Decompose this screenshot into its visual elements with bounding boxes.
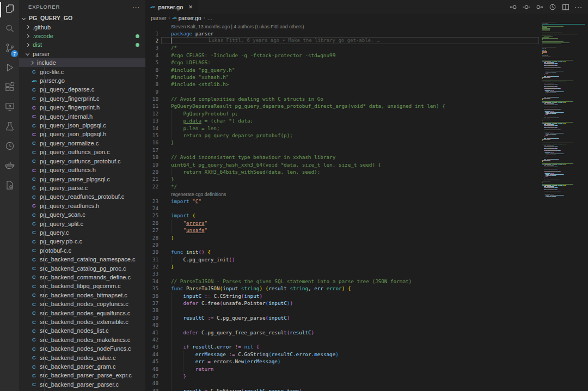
code-line-38[interactable]: 38 <box>145 307 588 314</box>
open-changes-prev-icon[interactable] <box>509 3 517 11</box>
toggle-blame-icon[interactable] <box>522 3 530 11</box>
tree-file-src_backend_nodes_makefuncs.c[interactable]: Csrc_backend_nodes_makefuncs.c <box>19 335 145 344</box>
code-line-21[interactable]: 21} <box>145 175 588 182</box>
activity-gitlens[interactable] <box>0 137 19 157</box>
tree-file-src_backend_nodes_value.c[interactable]: Csrc_backend_nodes_value.c <box>19 353 145 362</box>
code-line-40[interactable]: 40 <box>145 321 588 328</box>
minimap[interactable] <box>540 22 588 391</box>
tree-file-src_backend_nodes_copyfuncs.c[interactable]: Csrc_backend_nodes_copyfuncs.c <box>19 300 145 308</box>
code-line-23[interactable]: 23import "C" <box>145 197 588 204</box>
tree-file-pg_query_fingerprint.h[interactable]: Cpg_query_fingerprint.h <box>19 103 145 112</box>
tree-file-src_backend_catalog_namespace.c[interactable]: Csrc_backend_catalog_namespace.c <box>19 255 145 264</box>
code-line-8[interactable]: 8#include <stdlib.h> <box>145 81 588 88</box>
code-line-1[interactable]: 1package parser <box>145 29 588 36</box>
code-line-33[interactable]: 33 <box>145 270 588 277</box>
codelens-blame[interactable]: Steven Kalt, 13 months ago | 4 authors (… <box>171 24 304 29</box>
code-line-26[interactable]: 26 "errors" <box>145 219 588 227</box>
code-line-31[interactable]: 31 C.pg_query_init() <box>145 256 588 263</box>
activity-run-and-debug[interactable] <box>0 59 19 78</box>
tree-folder-parser[interactable]: parser <box>19 50 145 58</box>
tree-file-guc-file.c[interactable]: Cguc-file.c <box>19 67 145 76</box>
tree-file-src_backend_catalog_pg_proc.c[interactable]: Csrc_backend_catalog_pg_proc.c <box>19 264 145 272</box>
activity-docker[interactable] <box>0 157 19 176</box>
tree-folder-include[interactable]: include <box>19 58 145 67</box>
code-line-36[interactable]: 36 inputC := C.CString(input) <box>145 292 588 299</box>
tree-folder-PG_QUERY_GO[interactable]: PG_QUERY_GO <box>19 14 145 22</box>
breadcrumb-file[interactable]: parser.go <box>179 15 201 21</box>
code-line-17[interactable]: 17 <box>145 146 588 154</box>
code-editor[interactable]: Steven Kalt, 13 months ago | 4 authors (… <box>145 22 588 391</box>
code-line-28[interactable]: 28) <box>145 234 588 241</box>
code-line-18[interactable]: 18// Avoid inconsistent type behaviour i… <box>145 154 588 161</box>
tree-file-pg_query_outfuncs_protobuf.c[interactable]: Cpg_query_outfuncs_protobuf.c <box>19 157 145 166</box>
tree-folder-.github[interactable]: .github <box>19 22 145 31</box>
code-line-48[interactable]: 48 <box>145 380 588 387</box>
code-line-37[interactable]: 37 defer C.free(unsafe.Pointer(inputC)) <box>145 300 588 307</box>
tree-file-pg_query_outfuncs.h[interactable]: Cpg_query_outfuncs.h <box>19 166 145 174</box>
gitlens-clock-icon[interactable] <box>548 3 556 11</box>
code-line-13[interactable]: 13 p.data = (char *) data; <box>145 117 588 124</box>
split-editor-icon[interactable] <box>561 3 569 11</box>
code-line-3[interactable]: 3/* <box>145 44 588 51</box>
code-line-2[interactable]: 2Lukas Fittl, 6 years ago • Make the lib… <box>145 37 588 44</box>
activity-source-control[interactable]: 7 <box>0 39 19 59</box>
tree-file-src_backend_nodes_nodeFuncs.c[interactable]: Csrc_backend_nodes_nodeFuncs.c <box>19 344 145 353</box>
tree-file-pg_query_outfuncs_json.c[interactable]: Cpg_query_outfuncs_json.c <box>19 148 145 156</box>
tree-file-pg_query_split.c[interactable]: Cpg_query_split.c <box>19 219 145 228</box>
tree-file-protobuf-c.c[interactable]: Cprotobuf-c.c <box>19 246 145 255</box>
more-actions-icon[interactable]: ··· <box>574 3 583 11</box>
code-line-12[interactable]: 12 PgQueryProtobuf p; <box>145 110 588 117</box>
tab-parser-go[interactable]: -∞ parser.go × <box>145 0 198 14</box>
tree-file-pg_query_deparse.c[interactable]: Cpg_query_deparse.c <box>19 85 145 94</box>
tree-file-pg_query.c[interactable]: Cpg_query.c <box>19 228 145 237</box>
code-line-34[interactable]: 34// ParseToJSON - Parses the given SQL … <box>145 278 588 285</box>
activity-explorer[interactable] <box>0 0 19 20</box>
code-line-10[interactable]: 10// Avoid complexities dealing with C s… <box>145 95 588 102</box>
tree-file-src_backend_nodes_extensible.c[interactable]: Csrc_backend_nodes_extensible.c <box>19 317 145 326</box>
open-changes-next-icon[interactable] <box>535 3 543 11</box>
activity-search[interactable] <box>0 20 19 39</box>
tree-file-src_backend_parser_gram.c[interactable]: Csrc_backend_parser_gram.c <box>19 362 145 371</box>
code-line-39[interactable]: 39 resultC := C.pg_query_parse(inputC) <box>145 314 588 321</box>
code-line-19[interactable]: 19uint64_t pg_query_hash_xxh3_64(void *d… <box>145 161 588 168</box>
code-line-4[interactable]: 4#cgo CFLAGS: -Iinclude -g -fstack-prote… <box>145 52 588 59</box>
code-line-22[interactable]: 22*/ <box>145 183 588 190</box>
code-line-5[interactable]: 5#cgo LDFLAGS: <box>145 59 588 66</box>
tree-file-parser.go[interactable]: -∞parser.go <box>19 76 145 85</box>
tree-folder-dist[interactable]: dist <box>19 40 145 49</box>
code-line-35[interactable]: 35func ParseToJSON(input string) (result… <box>145 285 588 292</box>
tree-file-src_backend_libpq_pqcomm.c[interactable]: Csrc_backend_libpq_pqcomm.c <box>19 282 145 290</box>
code-line-30[interactable]: 30func init() { <box>145 248 588 255</box>
code-line-42[interactable]: 42 <box>145 336 588 343</box>
code-line-25[interactable]: 25import ( <box>145 212 588 219</box>
code-line-15[interactable]: 15 return pg_query_deparse_protobuf(p); <box>145 132 588 139</box>
code-line-43[interactable]: 43 if resultC.error != nil { <box>145 343 588 350</box>
code-line-7[interactable]: 7#include "xxhash.h" <box>145 74 588 81</box>
code-line-47[interactable]: 47 } <box>145 372 588 380</box>
tree-file-pg_query_json_plpgsql.h[interactable]: Cpg_query_json_plpgsql.h <box>19 130 145 138</box>
code-line-44[interactable]: 44 errMessage := C.GoString(resultC.erro… <box>145 351 588 358</box>
tree-file-pg_query_scan.c[interactable]: Cpg_query_scan.c <box>19 210 145 219</box>
tree-file-src_backend_nodes_bitmapset.c[interactable]: Csrc_backend_nodes_bitmapset.c <box>19 291 145 300</box>
code-line-45[interactable]: 45 err = errors.New(errMessage) <box>145 358 588 365</box>
tree-file-src_backend_nodes_list.c[interactable]: Csrc_backend_nodes_list.c <box>19 326 145 335</box>
tree-file-src_backend_parser_parse_expr.c[interactable]: Csrc_backend_parser_parse_expr.c <box>19 371 145 380</box>
codelens-regenerate-cgo[interactable]: regenerate cgo definitions <box>171 192 226 197</box>
tree-file-pg_query_json_plpgsql.c[interactable]: Cpg_query_json_plpgsql.c <box>19 121 145 130</box>
code-line-16[interactable]: 16} <box>145 139 588 146</box>
code-line-29[interactable]: 29 <box>145 241 588 248</box>
code-line-11[interactable]: 11PgQueryDeparseResult pg_query_deparse_… <box>145 102 588 109</box>
tree-file-pg_query_parse_plpgsql.c[interactable]: Cpg_query_parse_plpgsql.c <box>19 174 145 183</box>
tree-file-src_backend_parser_parser.c[interactable]: Csrc_backend_parser_parser.c <box>19 380 145 389</box>
code-line-6[interactable]: 6#include "pg_query.h" <box>145 66 588 73</box>
tree-file-pg_query_readfuncs.h[interactable]: Cpg_query_readfuncs.h <box>19 201 145 210</box>
tree-file-pg_query_internal.h[interactable]: Cpg_query_internal.h <box>19 112 145 120</box>
code-line-27[interactable]: 27 "unsafe" <box>145 227 588 234</box>
code-line-46[interactable]: 46 return <box>145 365 588 372</box>
close-icon[interactable]: × <box>188 3 193 10</box>
activity-remote-explorer[interactable] <box>0 98 19 118</box>
tree-file-src_backend_commands_define.c[interactable]: Csrc_backend_commands_define.c <box>19 273 145 282</box>
code-line-14[interactable]: 14 p.len = len; <box>145 124 588 131</box>
code-line-20[interactable]: 20 return XXH3_64bits_withSeed(data, len… <box>145 168 588 175</box>
tree-file-src_backend_nodes_equalfuncs.c[interactable]: Csrc_backend_nodes_equalfuncs.c <box>19 308 145 317</box>
